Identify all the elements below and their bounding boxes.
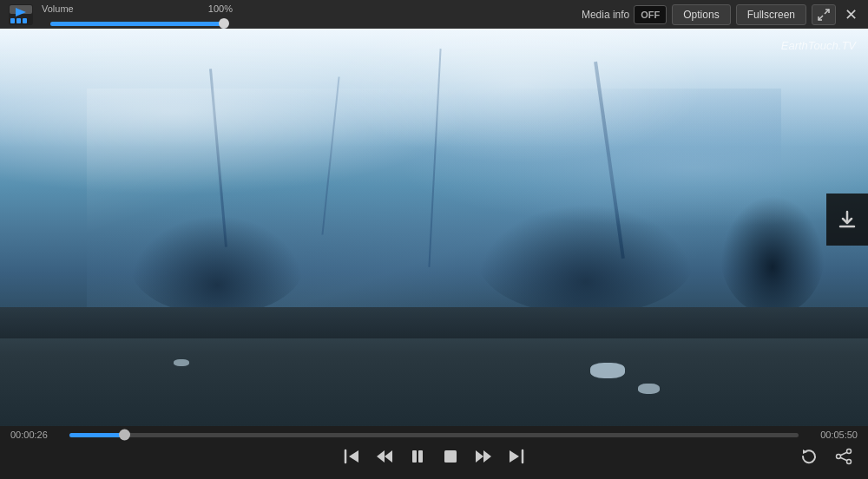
options-button[interactable]: Options xyxy=(672,4,730,25)
top-bar-right: Media info OFF Options Fullscreen ✕ xyxy=(582,4,861,25)
fast-forward-icon xyxy=(475,448,492,465)
right-controls xyxy=(795,444,858,469)
svg-marker-18 xyxy=(483,450,491,463)
shrink-icon xyxy=(818,9,830,21)
replay-button[interactable] xyxy=(795,444,823,469)
top-bar: Volume 100% Media info OFF Options Fulls… xyxy=(0,0,868,29)
controls-row xyxy=(10,444,858,469)
skip-back-button[interactable] xyxy=(338,444,365,469)
svg-marker-13 xyxy=(385,450,392,463)
skip-forward-icon xyxy=(508,448,525,465)
pause-icon xyxy=(409,448,426,465)
svg-marker-12 xyxy=(377,450,385,463)
progress-thumb xyxy=(119,430,130,441)
download-icon xyxy=(838,210,857,229)
svg-point-24 xyxy=(837,455,841,459)
close-button[interactable]: ✕ xyxy=(841,7,861,23)
skip-back-icon xyxy=(343,448,360,465)
svg-line-26 xyxy=(840,457,847,461)
fullscreen-button[interactable]: Fullscreen xyxy=(736,4,806,25)
svg-rect-5 xyxy=(23,18,27,23)
replay-icon xyxy=(800,448,818,465)
share-icon xyxy=(835,448,852,465)
time-total: 00:05:50 xyxy=(806,430,858,440)
time-current: 00:00:26 xyxy=(10,430,62,440)
svg-rect-15 xyxy=(418,450,423,463)
svg-rect-14 xyxy=(412,450,417,463)
shrink-button[interactable] xyxy=(812,4,836,25)
progress-bar[interactable] xyxy=(69,433,799,437)
close-icon: ✕ xyxy=(845,6,858,23)
stop-icon xyxy=(442,448,459,465)
volume-thumb xyxy=(219,18,229,29)
svg-line-25 xyxy=(840,452,847,456)
app-logo-icon xyxy=(9,4,33,25)
volume-label: Volume xyxy=(42,3,74,14)
share-button[interactable] xyxy=(830,444,858,469)
bottom-bar: 00:00:26 00:05:50 xyxy=(0,426,868,479)
svg-point-23 xyxy=(847,460,852,464)
volume-fill xyxy=(50,22,224,26)
rewind-button[interactable] xyxy=(371,444,398,469)
svg-marker-17 xyxy=(476,450,483,463)
svg-marker-20 xyxy=(510,450,519,463)
download-panel[interactable] xyxy=(826,194,868,246)
svg-rect-4 xyxy=(16,18,21,23)
watermark: EarthTouch.TV xyxy=(781,39,856,52)
stop-button[interactable] xyxy=(437,444,464,469)
svg-point-22 xyxy=(847,449,852,454)
svg-marker-11 xyxy=(349,450,358,463)
volume-value: 100% xyxy=(208,3,233,14)
fast-forward-button[interactable] xyxy=(470,444,497,469)
app-logo xyxy=(7,3,35,27)
rewind-icon xyxy=(376,448,393,465)
progress-row: 00:00:26 00:05:50 xyxy=(10,430,858,440)
skip-forward-button[interactable] xyxy=(503,444,530,469)
video-frame xyxy=(0,29,868,426)
volume-control: Volume 100% xyxy=(42,3,233,26)
svg-rect-3 xyxy=(10,18,15,23)
media-info-label: Media info xyxy=(582,9,629,21)
volume-slider[interactable] xyxy=(50,22,224,26)
svg-rect-16 xyxy=(444,450,457,463)
media-info-group: Media info OFF xyxy=(582,5,667,24)
video-area[interactable]: EarthTouch.TV xyxy=(0,29,868,426)
progress-fill xyxy=(69,433,124,437)
pause-button[interactable] xyxy=(404,444,431,469)
media-info-toggle[interactable]: OFF xyxy=(634,5,667,24)
